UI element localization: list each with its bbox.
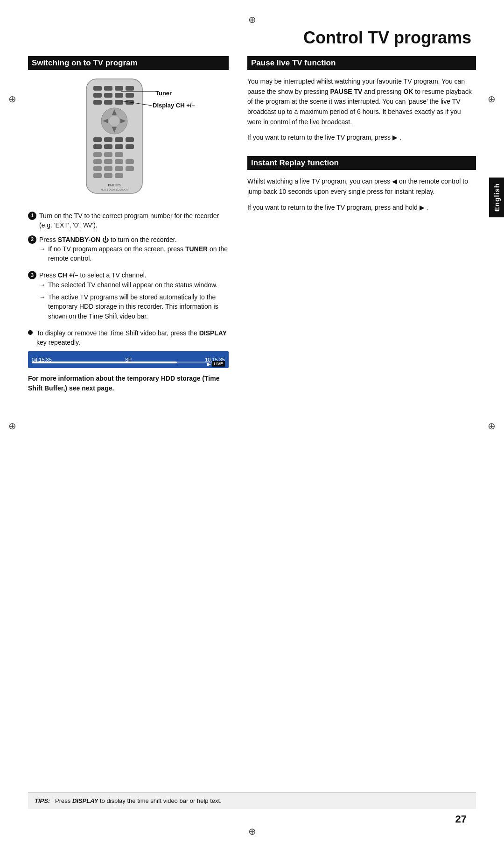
- svg-rect-1: [93, 86, 102, 91]
- reg-mark-right-top: ⊕: [488, 93, 496, 105]
- remote-illustration-area: PHILIPS HDD & DVD RECORDER Tuner: [28, 77, 229, 203]
- svg-rect-27: [93, 152, 102, 157]
- svg-rect-37: [126, 166, 134, 171]
- english-tab: English: [489, 177, 504, 217]
- step-2-arrow-text: If no TV program appears on the screen, …: [48, 244, 229, 263]
- svg-rect-8: [126, 93, 134, 98]
- instant-section-header: Instant Replay function: [247, 156, 476, 170]
- content-columns: Switching on to TV program: [28, 56, 476, 393]
- svg-rect-40: [115, 173, 123, 178]
- step-1-text: Turn on the TV to the correct program nu…: [39, 211, 229, 230]
- svg-rect-24: [104, 144, 112, 149]
- step-2-text: Press STANDBY-ON ⏻ to turn on the record…: [39, 235, 177, 244]
- reg-mark-right-mid: ⊕: [488, 420, 496, 432]
- svg-rect-33: [126, 159, 134, 164]
- svg-rect-26: [126, 144, 134, 149]
- svg-rect-31: [104, 159, 112, 164]
- pause-paragraph-1: You may be interrupted whilst watching y…: [247, 77, 476, 127]
- bullet-text: To display or remove the Time Shift vide…: [36, 328, 229, 347]
- svg-rect-2: [104, 86, 112, 91]
- tips-text: Press DISPLAY to display the time shift …: [55, 797, 222, 804]
- step-number-3: 3: [28, 271, 36, 279]
- pause-section-header: Pause live TV function: [247, 56, 476, 70]
- tips-bar: TIPS: Press DISPLAY to display the time …: [28, 792, 476, 809]
- reg-mark-bottom: ⊕: [248, 826, 256, 837]
- timeshift-bar: 04:15:35 SP 10:15:35 ▶ LIVE: [28, 351, 229, 368]
- svg-rect-22: [126, 137, 134, 142]
- svg-rect-19: [93, 137, 102, 142]
- svg-rect-23: [93, 144, 102, 149]
- ts-bar-fill: [32, 362, 177, 363]
- left-section-header: Switching on to TV program: [28, 56, 229, 70]
- ts-arrow: ▶: [207, 362, 211, 367]
- instant-paragraph-2: If you want to return to the live TV pro…: [247, 203, 476, 213]
- bold-note: For more information about the temporary…: [28, 374, 229, 393]
- svg-rect-25: [115, 144, 123, 149]
- svg-rect-34: [93, 166, 102, 171]
- svg-text:PHILIPS: PHILIPS: [108, 184, 121, 187]
- svg-rect-12: [126, 100, 134, 105]
- svg-rect-9: [93, 100, 102, 105]
- arrow-symbol-2: →: [39, 280, 46, 290]
- tips-label: TIPS:: [35, 797, 50, 804]
- svg-rect-20: [104, 137, 112, 142]
- svg-text:HDD & DVD RECORDER: HDD & DVD RECORDER: [101, 188, 128, 191]
- step-1: 1 Turn on the TV to the correct program …: [28, 211, 229, 230]
- instant-section: Instant Replay function Whilst watching …: [247, 156, 476, 213]
- steps-list: 1 Turn on the TV to the correct program …: [28, 211, 229, 324]
- svg-rect-7: [115, 93, 123, 98]
- svg-rect-4: [126, 86, 134, 91]
- display-ch-callout-label: Display CH +/–: [153, 102, 195, 109]
- svg-rect-38: [93, 173, 102, 178]
- svg-rect-3: [115, 86, 123, 91]
- svg-rect-6: [104, 93, 112, 98]
- reg-mark-left-mid: ⊕: [8, 420, 16, 432]
- reg-mark-top: ⊕: [248, 14, 256, 25]
- step-3-arrow-text-2: The active TV programs will be stored au…: [48, 292, 229, 321]
- right-column: Pause live TV function You may be interr…: [247, 56, 476, 393]
- svg-rect-36: [115, 166, 123, 171]
- step-2: 2 Press STANDBY-ON ⏻ to turn on the reco…: [28, 235, 229, 266]
- arrow-symbol: →: [39, 244, 46, 254]
- ts-live-badge: LIVE: [212, 361, 225, 367]
- pause-paragraph-2: If you want to return to the live TV pro…: [247, 133, 476, 143]
- ts-bar-track: [32, 362, 225, 363]
- svg-rect-29: [115, 152, 123, 157]
- step-3-arrow-2: → The active TV programs will be stored …: [28, 292, 229, 321]
- svg-rect-39: [104, 173, 112, 178]
- bullet-dot: [28, 330, 33, 335]
- reg-mark-left-top: ⊕: [8, 93, 16, 105]
- step-3-text: Press CH +/– to select a TV channel.: [39, 270, 147, 280]
- svg-rect-28: [104, 152, 112, 157]
- svg-rect-30: [93, 159, 102, 164]
- bullet-item: To display or remove the Time Shift vide…: [28, 328, 229, 347]
- svg-point-14: [109, 115, 120, 127]
- page-title: Control TV programs: [28, 28, 476, 48]
- arrow-symbol-3: →: [39, 292, 46, 302]
- step-number-2: 2: [28, 235, 36, 244]
- page-number: 27: [455, 813, 467, 825]
- svg-rect-5: [93, 93, 102, 98]
- step-number-1: 1: [28, 212, 36, 220]
- svg-rect-11: [115, 100, 123, 105]
- svg-rect-10: [104, 100, 112, 105]
- remote-control-image: PHILIPS HDD & DVD RECORDER: [77, 77, 152, 198]
- svg-rect-32: [115, 159, 123, 164]
- svg-rect-21: [115, 137, 123, 142]
- step-2-arrow-1: → If no TV program appears on the screen…: [28, 244, 229, 263]
- instant-paragraph-1: Whilst watching a live TV program, you c…: [247, 177, 476, 197]
- step-3-arrow-text-1: The selected TV channel will appear on t…: [48, 280, 217, 290]
- tuner-callout-label: Tuner: [155, 90, 172, 97]
- svg-rect-35: [104, 166, 112, 171]
- step-3-arrow-1: → The selected TV channel will appear on…: [28, 280, 217, 290]
- step-3: 3 Press CH +/– to select a TV channel. →…: [28, 270, 229, 323]
- left-column: Switching on to TV program: [28, 56, 229, 393]
